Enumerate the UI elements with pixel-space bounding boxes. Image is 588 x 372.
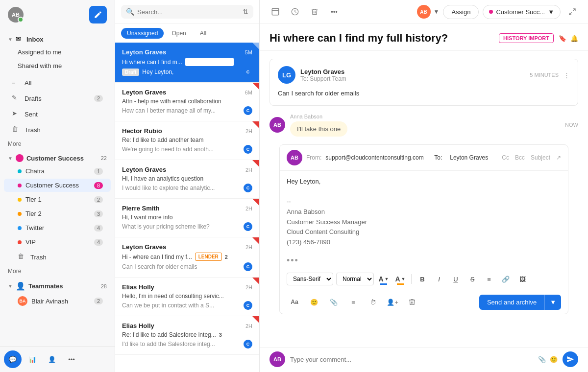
bell-icon[interactable]: 🔔 xyxy=(570,35,578,42)
contact-bottom-icon[interactable]: 👤 xyxy=(43,350,61,368)
conv-item-header: Elias Holly 2H xyxy=(122,283,252,291)
conv-time: 5M xyxy=(245,49,252,55)
bg-color-btn[interactable]: A ▼ xyxy=(393,272,407,286)
conv-preview-text: Can we be put in contact with a S... xyxy=(122,302,214,309)
sidebar-item-shared[interactable]: Shared with me xyxy=(4,59,111,72)
italic-btn[interactable]: I xyxy=(432,272,446,286)
tab-unassigned[interactable]: Unassigned xyxy=(121,28,164,39)
chat-bottom-icon[interactable]: 💬 xyxy=(4,350,22,368)
external-link-icon[interactable]: ↗ xyxy=(556,154,561,161)
conv-tag: LENDER xyxy=(195,253,222,261)
search-input[interactable] xyxy=(137,8,240,16)
cs-section-header[interactable]: ▼ Customer Success 22 xyxy=(0,150,115,164)
sidebar-more-inbox[interactable]: More xyxy=(0,138,115,150)
template-icon[interactable]: ≡ xyxy=(345,294,361,310)
chatra-label: Chatra xyxy=(25,167,94,175)
comment-send-button[interactable] xyxy=(563,351,578,367)
font-select[interactable]: Sans-Serif xyxy=(287,273,333,285)
expand-toolbar-icon[interactable] xyxy=(564,4,580,20)
conv-name: Pierre Smith xyxy=(122,205,160,212)
sidebar-item-all[interactable]: ≡ All xyxy=(4,75,111,90)
clock-toolbar-icon[interactable] xyxy=(287,4,303,20)
team-dot xyxy=(489,10,493,14)
sidebar-item-blair[interactable]: BA Blair Avinash 2 xyxy=(4,293,111,309)
tab-all[interactable]: All xyxy=(194,28,212,39)
underline-btn[interactable]: U xyxy=(449,272,463,286)
compose-toolbar-icon[interactable] xyxy=(268,4,283,20)
subject-btn[interactable]: Subject xyxy=(531,154,550,161)
timer-icon[interactable]: ⏱ xyxy=(365,294,381,310)
delete-reply-icon[interactable] xyxy=(404,294,420,310)
delete-toolbar-icon[interactable] xyxy=(307,4,322,20)
font-size-icon[interactable]: Aa xyxy=(287,294,302,310)
reply-compose: AB From: support@cloudcontentconsulting.… xyxy=(279,144,568,315)
list-btn[interactable]: ≡ xyxy=(482,272,496,286)
sidebar-item-tier2[interactable]: Tier 2 3 xyxy=(4,207,111,220)
sidebar-item-assigned[interactable]: Assigned to me xyxy=(4,46,111,59)
conv-item[interactable]: Elias Holly 2H Hello, I'm in need of con… xyxy=(115,278,259,316)
sidebar-item-customer-success[interactable]: Customer Success 8 xyxy=(4,179,111,192)
add-agent-icon[interactable]: 👤+ xyxy=(385,294,400,310)
vip-label: VIP xyxy=(25,238,94,246)
svg-rect-0 xyxy=(272,8,279,15)
inbox-header[interactable]: ▼ ✉ Inbox xyxy=(0,31,115,45)
bookmark-icon[interactable]: 🔖 xyxy=(559,35,566,42)
chevron-down-icon[interactable]: ▼ xyxy=(434,8,440,15)
emoji-icon[interactable]: 🙂 xyxy=(306,294,322,310)
sidebar-top: AB xyxy=(0,0,115,29)
reply-more-icon[interactable]: ••• xyxy=(280,254,568,268)
conv-item[interactable]: Leyton Graves 6M Attn - help me with ema… xyxy=(115,83,259,121)
reply-avatar: AB xyxy=(287,150,302,165)
sidebar-item-trash[interactable]: 🗑 Trash xyxy=(4,122,111,137)
bold-btn[interactable]: B xyxy=(416,272,429,286)
send-archive-button[interactable]: Send and archive ▼ xyxy=(479,295,561,310)
size-select[interactable]: Normal xyxy=(336,273,374,285)
conv-item[interactable]: Pierre Smith 2H Hi, I want more info Wha… xyxy=(115,199,259,237)
font-color-btn[interactable]: A ▼ xyxy=(377,272,391,286)
comment-attachment-icon[interactable]: 📎 xyxy=(538,356,546,363)
sidebar-item-vip[interactable]: VIP 4 xyxy=(4,235,111,249)
unread-indicator xyxy=(252,237,259,244)
msg-more-icon[interactable]: ⋮ xyxy=(564,71,570,79)
sidebar-item-twitter[interactable]: Twitter 4 xyxy=(4,221,111,234)
agent-avatar-group: AB ▼ xyxy=(417,5,440,19)
more-bottom-icon[interactable]: ••• xyxy=(63,350,80,368)
main-panel: ••• AB ▼ Assign Customer Succ... ▼ Hi wh… xyxy=(260,0,588,372)
link-btn[interactable]: 🔗 xyxy=(499,272,513,286)
cc-btn[interactable]: Cc xyxy=(502,154,509,161)
image-btn[interactable]: 🖼 xyxy=(515,272,529,286)
font-color-label: A xyxy=(378,275,383,283)
conv-item[interactable]: Leyton Graves 5M Hi where can I find m..… xyxy=(115,43,259,83)
conv-item[interactable]: Hector Rubio 2H Re: I'd like to add anot… xyxy=(115,121,259,160)
comment-input[interactable] xyxy=(290,356,533,363)
chart-bottom-icon[interactable]: 📊 xyxy=(24,350,41,368)
more-toolbar-icon[interactable]: ••• xyxy=(326,4,342,20)
send-archive-dropdown-icon[interactable]: ▼ xyxy=(544,295,561,310)
conv-item-header: Pierre Smith 2H xyxy=(122,205,252,212)
team-button[interactable]: Customer Succ... ▼ xyxy=(483,5,561,19)
teammates-header[interactable]: ▼ 👤 Teammates 28 xyxy=(0,278,115,293)
compose-button[interactable] xyxy=(89,6,107,23)
sidebar-item-chatra[interactable]: Chatra 1 xyxy=(4,164,111,178)
sort-icon[interactable]: ⇅ xyxy=(243,8,248,16)
attachment-icon[interactable]: 📎 xyxy=(326,294,342,310)
conv-item[interactable]: Leyton Graves 2H Hi, I have an analytics… xyxy=(115,160,259,199)
sidebar-item-sent[interactable]: ➤ Sent xyxy=(4,107,111,121)
assigned-label: Assigned to me xyxy=(18,48,103,56)
comment-emoji-icon[interactable]: 🙂 xyxy=(550,356,558,363)
conv-name: Leyton Graves xyxy=(122,243,166,251)
conv-item[interactable]: Leyton Graves 2H Hi - where can I find m… xyxy=(115,237,259,278)
conv-preview-text: I would like to explore the analytic... xyxy=(122,185,215,191)
bcc-btn[interactable]: Bcc xyxy=(515,154,525,161)
bg-chevron-icon: ▼ xyxy=(401,277,406,281)
reply-body[interactable]: Hey Leyton, -- Anna Babson Customer Succ… xyxy=(280,171,568,254)
sidebar-more-cs[interactable]: More xyxy=(0,265,115,278)
sidebar-item-drafts[interactable]: ✎ Drafts 2 xyxy=(4,91,111,106)
tab-open[interactable]: Open xyxy=(166,28,192,39)
sidebar-item-tier1[interactable]: Tier 1 2 xyxy=(4,193,111,206)
conv-item[interactable]: Elias Holly 2H Re: I'd like to add Sales… xyxy=(115,316,259,355)
user-avatar[interactable]: AB xyxy=(8,7,24,23)
assign-button[interactable]: Assign xyxy=(443,5,479,19)
strikethrough-btn[interactable]: S xyxy=(466,272,479,286)
sidebar-item-cs-trash[interactable]: 🗑 Trash xyxy=(4,250,111,264)
